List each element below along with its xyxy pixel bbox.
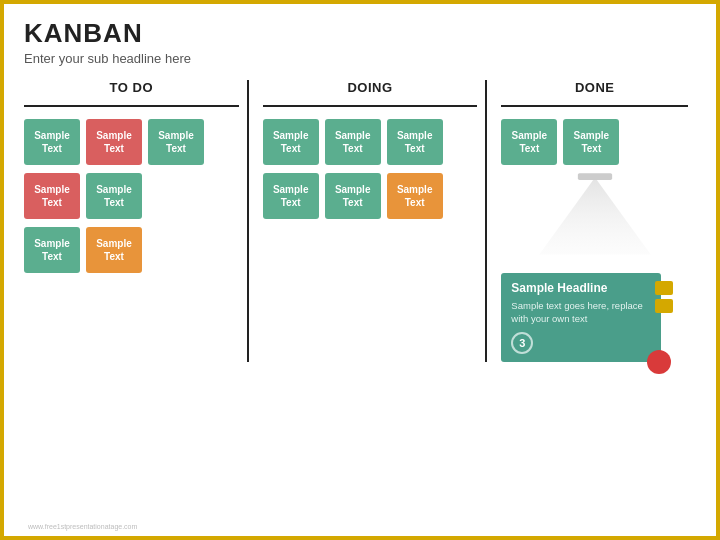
todo-row-1: Sample Text Sample Text Sample Text <box>24 119 239 165</box>
card: Sample Text <box>325 119 381 165</box>
card: Sample Text <box>24 227 80 273</box>
info-box-container: Sample Headline Sample text goes here, r… <box>501 269 661 362</box>
card: Sample Text <box>148 119 204 165</box>
info-box: Sample Headline Sample text goes here, r… <box>501 273 661 362</box>
svg-rect-1 <box>578 173 612 180</box>
column-done: DONE Sample Text Sample Text <box>485 80 696 362</box>
card: Sample Text <box>24 119 80 165</box>
sticker-2 <box>655 299 673 313</box>
page: KANBAN Enter your sub headline here TO D… <box>0 0 720 540</box>
info-box-number: 3 <box>511 332 533 354</box>
card: Sample Text <box>263 119 319 165</box>
card: Sample Text <box>387 119 443 165</box>
red-dot <box>647 350 671 374</box>
svg-marker-0 <box>539 177 650 254</box>
sticker-1 <box>655 281 673 295</box>
watermark: www.free1stpresentationatage.com <box>28 523 137 530</box>
column-todo: TO DO Sample Text Sample Text Sample Tex… <box>24 80 247 362</box>
card: Sample Text <box>563 119 619 165</box>
info-box-stickers <box>655 281 673 313</box>
card: Sample Text <box>387 173 443 219</box>
card: Sample Text <box>86 119 142 165</box>
column-header-doing: DOING <box>263 80 478 95</box>
column-doing: DOING Sample Text Sample Text Sample Tex… <box>247 80 486 362</box>
card: Sample Text <box>86 173 142 219</box>
page-title: KANBAN <box>24 18 696 49</box>
info-box-title: Sample Headline <box>511 281 651 295</box>
todo-row-2: Sample Text Sample Text <box>24 173 239 219</box>
card: Sample Text <box>325 173 381 219</box>
column-header-todo: TO DO <box>24 80 239 95</box>
todo-row-3: Sample Text Sample Text <box>24 227 239 273</box>
column-header-done: DONE <box>501 80 688 95</box>
done-top-cards: Sample Text Sample Text <box>501 119 688 165</box>
doing-row-2: Sample Text Sample Text Sample Text <box>263 173 478 219</box>
page-subtitle: Enter your sub headline here <box>24 51 696 66</box>
card: Sample Text <box>501 119 557 165</box>
card: Sample Text <box>86 227 142 273</box>
card: Sample Text <box>24 173 80 219</box>
kanban-board: TO DO Sample Text Sample Text Sample Tex… <box>24 80 696 362</box>
card: Sample Text <box>263 173 319 219</box>
info-box-text: Sample text goes here, replace with your… <box>511 299 651 326</box>
spotlight-graphic <box>535 171 655 261</box>
doing-row-1: Sample Text Sample Text Sample Text <box>263 119 478 165</box>
